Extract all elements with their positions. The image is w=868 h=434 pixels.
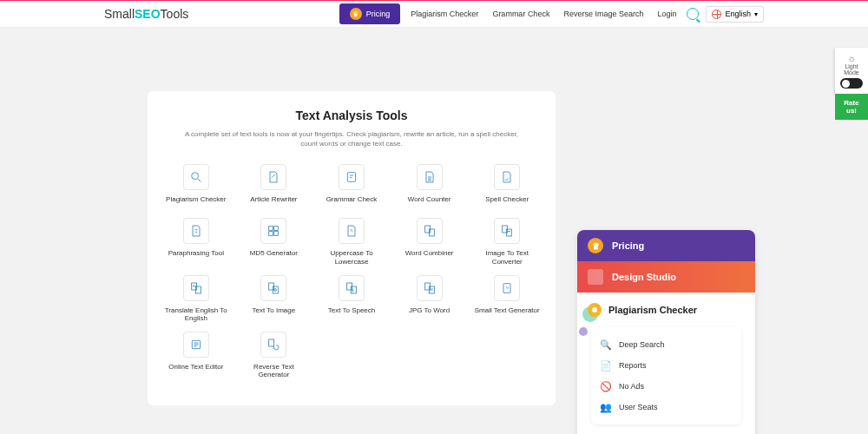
- tool-label: Article Rewriter: [250, 195, 297, 209]
- promo-body: Plagiarism Checker 🔍Deep Search 📄Reports…: [577, 293, 755, 434]
- tool-icon: Tt: [339, 218, 365, 244]
- tool-icon: Tt: [494, 275, 520, 301]
- svg-rect-4: [269, 232, 273, 236]
- language-selector[interactable]: English ▾: [706, 6, 764, 23]
- tool-label: Image To Text Converter: [471, 249, 542, 266]
- tool-icon: [260, 275, 286, 301]
- tool-item[interactable]: Article Rewriter: [239, 164, 310, 209]
- tool-item[interactable]: Online Text Editor: [161, 332, 232, 379]
- tool-item[interactable]: WJPG To Word: [394, 275, 465, 323]
- tool-icon: [183, 218, 209, 244]
- side-widgets: ☼ Light Mode Rate us!: [835, 48, 868, 120]
- svg-rect-5: [274, 232, 279, 236]
- tool-item[interactable]: Spell Checker: [471, 164, 542, 209]
- tool-icon: [339, 164, 365, 190]
- tool-item[interactable]: TtSmall Text Generator: [471, 275, 542, 323]
- feature-no-ads: 🚫No Ads: [598, 376, 734, 397]
- tool-label: Text To Image: [253, 306, 296, 320]
- theme-label-1: Light: [838, 63, 865, 69]
- promo-title-row: Plagiarism Checker: [588, 303, 745, 317]
- svg-text:Tt: Tt: [350, 229, 353, 233]
- svg-text:W: W: [430, 288, 433, 292]
- theme-label-2: Mode: [838, 69, 865, 76]
- feature-label: No Ads: [619, 382, 644, 391]
- logo-pre: Small: [104, 7, 135, 21]
- tool-icon: [494, 218, 520, 244]
- tool-item[interactable]: Plagiarism Checker: [161, 164, 232, 209]
- feature-label: Reports: [619, 361, 647, 370]
- top-nav: ♛ Pricing Plagiarism Checker Grammar Che…: [339, 3, 764, 24]
- svg-rect-3: [274, 227, 279, 231]
- nav-reverse-image[interactable]: Reverse Image Search: [560, 8, 647, 20]
- section-title: Text Analysis Tools: [161, 108, 542, 122]
- language-label: English: [725, 10, 751, 18]
- promo-pricing-label: Pricing: [612, 240, 644, 251]
- tool-label: Paraphrasing Tool: [168, 249, 224, 263]
- feature-list: 🔍Deep Search 📄Reports 🚫No Ads 👥User Seat…: [591, 327, 741, 424]
- tool-icon: En: [183, 275, 209, 301]
- search-icon[interactable]: [687, 8, 699, 20]
- tool-icon: [417, 218, 443, 244]
- pricing-button[interactable]: ♛ Pricing: [339, 3, 401, 24]
- tool-icon: [339, 275, 365, 301]
- pricing-label: Pricing: [366, 10, 391, 18]
- tool-label: Online Text Editor: [168, 363, 223, 377]
- promo-title: Plagiarism Checker: [608, 305, 697, 315]
- tool-item[interactable]: MD5 Generator: [239, 218, 310, 266]
- tool-icon: [494, 164, 520, 190]
- tool-icon: [260, 164, 286, 190]
- tool-icon: W: [417, 275, 443, 301]
- tool-icon: [260, 218, 286, 244]
- nav-plagiarism[interactable]: Plagiarism Checker: [407, 8, 482, 20]
- svg-point-0: [191, 173, 198, 180]
- tools-panel: Text Analysis Tools A complete set of te…: [148, 91, 556, 405]
- nav-grammar[interactable]: Grammar Check: [489, 8, 553, 20]
- feature-label: Deep Search: [619, 340, 665, 349]
- tool-label: Word Combiner: [405, 249, 454, 263]
- design-icon: [588, 269, 603, 285]
- svg-point-16: [274, 288, 277, 291]
- tool-item[interactable]: Image To Text Converter: [471, 218, 542, 266]
- tool-item[interactable]: Word Combiner: [394, 218, 465, 266]
- tool-icon: [260, 332, 286, 358]
- tool-item[interactable]: Reverse Text Generator: [239, 332, 310, 379]
- search-icon: 🔍: [600, 339, 612, 351]
- tool-item[interactable]: TtUppercase To Lowercase: [316, 218, 387, 266]
- tool-item[interactable]: EnTranslate English To English: [161, 275, 232, 323]
- tool-item[interactable]: Grammar Check: [316, 164, 387, 209]
- globe-icon: [712, 10, 721, 19]
- tool-label: Plagiarism Checker: [166, 195, 226, 209]
- feature-user-seats: 👥User Seats: [598, 397, 734, 418]
- tool-label: Translate English To English: [161, 306, 232, 323]
- svg-rect-2: [269, 227, 273, 231]
- decorative-blob: [579, 327, 588, 336]
- tool-item[interactable]: Word Counter: [394, 164, 465, 209]
- feature-label: User Seats: [619, 403, 658, 411]
- nav-login[interactable]: Login: [654, 8, 680, 20]
- theme-toggle[interactable]: [840, 78, 863, 89]
- tool-icon: [417, 164, 443, 190]
- promo-design-button[interactable]: Design Studio: [577, 261, 755, 293]
- tool-item[interactable]: Text To Image: [239, 275, 310, 323]
- tool-label: Text To Speech: [328, 306, 376, 320]
- reports-icon: 📄: [600, 359, 612, 372]
- theme-widget[interactable]: ☼ Light Mode: [835, 48, 868, 94]
- logo[interactable]: SmallSEOTools: [104, 7, 188, 21]
- logo-seo: SEO: [135, 7, 161, 21]
- chevron-down-icon: ▾: [754, 10, 758, 18]
- tool-icon: [183, 332, 209, 358]
- promo-pricing-button[interactable]: ♛ Pricing: [577, 230, 755, 261]
- crown-icon: ♛: [350, 8, 362, 20]
- svg-rect-1: [347, 173, 355, 182]
- tool-label: Small Text Generator: [475, 306, 540, 320]
- svg-text:Tt: Tt: [506, 286, 510, 290]
- rate-us-button[interactable]: Rate us!: [835, 94, 868, 120]
- tool-label: Spell Checker: [485, 195, 529, 209]
- tool-label: JPG To Word: [409, 306, 450, 320]
- tool-label: Reverse Text Generator: [239, 363, 310, 379]
- tool-item[interactable]: Paraphrasing Tool: [161, 218, 232, 266]
- svg-text:En: En: [193, 285, 196, 288]
- feature-deep-search: 🔍Deep Search: [598, 334, 734, 355]
- tool-item[interactable]: Text To Speech: [316, 275, 387, 323]
- promo-card: ♛ Pricing Design Studio Plagiarism Check…: [577, 230, 755, 434]
